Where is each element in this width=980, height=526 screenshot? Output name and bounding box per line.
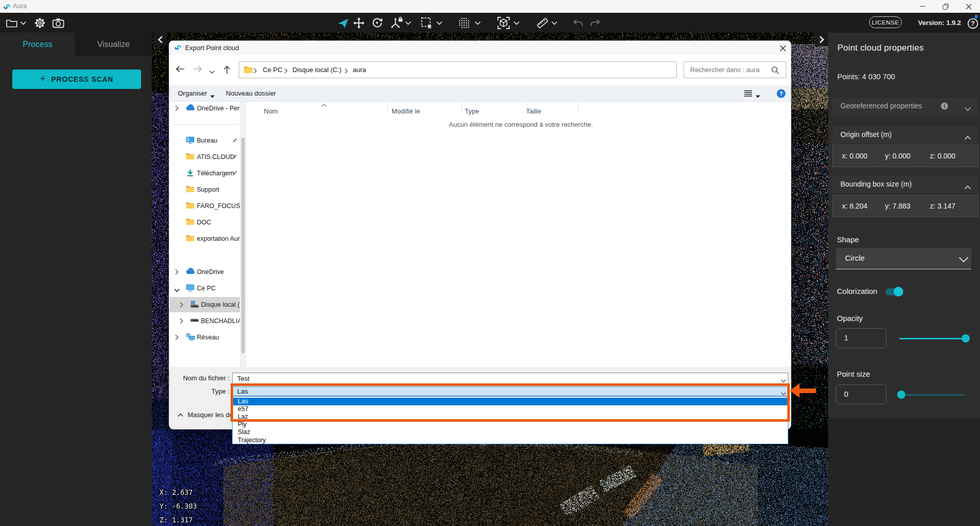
tree-item[interactable]: FARO_FOCUS [170, 198, 240, 214]
bounding-box-section[interactable]: Bounding box size (m) [832, 176, 978, 193]
tree-item-label: DOC [197, 219, 211, 226]
tree-item[interactable]: OneDrive [170, 264, 240, 280]
settings-gear-icon[interactable] [34, 13, 45, 33]
viewport-3d[interactable]: X: 2.637 Y: -6.303 Z: 1.317 Export Point… [152, 33, 828, 526]
filename-input[interactable]: Test [232, 373, 788, 384]
origin-offset-section[interactable]: Origin offset (m) [832, 126, 978, 144]
column-separator [388, 103, 388, 113]
column-separator [578, 103, 578, 113]
screenshot-camera-icon[interactable] [52, 13, 64, 33]
breadcrumb-segment[interactable]: aura [353, 66, 366, 74]
opacity-input[interactable]: 1 [836, 328, 886, 348]
tool-point-density-caret-icon[interactable] [474, 13, 481, 33]
tree-item[interactable]: Ce PC [170, 281, 240, 296]
chevron-right-icon[interactable] [175, 105, 179, 113]
collapse-right-panel-button[interactable] [815, 33, 828, 46]
collapse-left-panel-button[interactable] [153, 33, 167, 46]
chevron-right-icon[interactable] [175, 334, 179, 342]
up-arrow-icon[interactable] [223, 65, 231, 76]
download-icon [186, 169, 195, 178]
dropdown-option[interactable]: Trajectory [233, 437, 787, 444]
column-header-nom[interactable]: Nom [264, 107, 278, 115]
tool-redo-icon[interactable] [589, 13, 601, 33]
maximize-button[interactable] [935, 0, 957, 13]
tool-measure-caret-icon[interactable] [551, 13, 558, 33]
column-header-taille[interactable]: Taille [526, 107, 541, 115]
tree-item[interactable]: exportation Aur [170, 231, 240, 246]
tree-item[interactable]: Support [170, 182, 240, 197]
breadcrumb-segment[interactable]: Ce PC [263, 66, 282, 74]
network-icon [186, 333, 195, 342]
cloud-icon [186, 267, 195, 276]
hdd-windows-icon [190, 300, 199, 310]
column-separator [462, 103, 462, 113]
tree-item[interactable]: DOC [170, 215, 240, 230]
open-project-caret-icon[interactable] [20, 13, 27, 33]
tool-undo-icon[interactable] [572, 13, 584, 33]
colorization-label: Colorization [837, 287, 877, 295]
tool-pan-icon[interactable] [353, 13, 364, 33]
open-project-button[interactable] [6, 13, 18, 33]
help-icon[interactable]: ? [967, 18, 978, 29]
breadcrumb-segment[interactable]: Disque local (C:) [292, 66, 341, 74]
new-folder-button[interactable]: Nouveau dossier [226, 89, 276, 97]
point-size-input[interactable]: 0 [836, 384, 886, 404]
chevron-up-icon [964, 182, 971, 192]
address-bar[interactable]: Ce PCDisque local (C:)aura [239, 61, 677, 78]
point-size-slider[interactable] [900, 394, 965, 396]
tool-rect-select-caret-icon[interactable] [436, 13, 443, 33]
tool-point-density-icon[interactable] [458, 13, 470, 33]
tree-item[interactable]: Bureau [170, 133, 240, 148]
tree-item[interactable]: Téléchargem [170, 166, 240, 181]
tool-rect-select-icon[interactable] [421, 13, 433, 33]
column-header-type[interactable]: Type [465, 107, 479, 115]
tree-item[interactable]: Réseau [170, 330, 240, 345]
tab-visualize[interactable]: Visualize [75, 33, 152, 56]
shape-select[interactable]: Circle [836, 248, 971, 269]
dialog-help-icon[interactable]: ? [777, 89, 786, 100]
dialog-close-icon[interactable] [779, 44, 787, 52]
forward-arrow-icon [193, 65, 202, 74]
process-scan-button[interactable]: + PROCESS SCAN [12, 70, 141, 89]
point-size-slider-thumb[interactable] [897, 391, 905, 399]
tool-bounding-box-icon[interactable] [497, 13, 510, 33]
license-button[interactable]: LICENSE [869, 16, 902, 28]
origin-z: z: 0.000 [930, 152, 955, 160]
dropdown-option[interactable]: Slaz [233, 428, 787, 436]
close-button[interactable] [958, 0, 980, 13]
tool-navigate-icon[interactable] [337, 13, 349, 33]
scrollbar-thumb[interactable] [241, 138, 245, 353]
opacity-slider[interactable] [899, 338, 967, 339]
tool-rotate-icon[interactable] [371, 13, 383, 33]
opacity-slider-thumb[interactable] [962, 334, 970, 342]
georeferenced-section[interactable]: Georeferenced properties [832, 98, 978, 115]
tree-item[interactable]: OneDrive - Perso [170, 102, 240, 116]
chevron-right-icon[interactable] [179, 302, 184, 309]
organize-button[interactable]: Organiser [178, 89, 207, 97]
sidebar-tabstrip: Process Visualize [0, 33, 152, 56]
svg-text:?: ? [779, 90, 783, 97]
tool-bounding-box-caret-icon[interactable] [513, 13, 520, 33]
tab-process[interactable]: Process [0, 33, 75, 56]
chevron-right-icon[interactable] [179, 318, 184, 326]
plus-icon: + [40, 73, 46, 84]
chevron-right-icon[interactable] [175, 269, 179, 277]
views-icon[interactable] [744, 90, 752, 99]
search-box[interactable]: Rechercher dans : aura [683, 61, 786, 78]
tree-item[interactable]: ATIS.CLOUD [170, 149, 240, 165]
tool-axis-lock-icon[interactable] [390, 13, 403, 33]
chevron-down-icon[interactable] [174, 286, 180, 294]
tool-measure-icon[interactable] [536, 13, 549, 33]
tree-item[interactable]: Disque local (C:) [170, 297, 240, 312]
colorization-toggle[interactable] [885, 288, 903, 295]
minimize-button[interactable] [911, 0, 934, 13]
history-chevron-icon[interactable] [209, 68, 215, 76]
views-caret-icon[interactable] [756, 92, 760, 100]
tool-axis-lock-caret-icon[interactable] [405, 13, 412, 33]
back-arrow-icon[interactable] [175, 65, 185, 74]
column-header-modifie[interactable]: Modifié le [392, 107, 420, 115]
tree-scrollbar[interactable] [240, 102, 246, 367]
tree-item[interactable]: BENCHADLIA [170, 313, 240, 329]
dropdown-option[interactable]: Ply [233, 421, 787, 428]
info-icon[interactable] [941, 102, 948, 112]
